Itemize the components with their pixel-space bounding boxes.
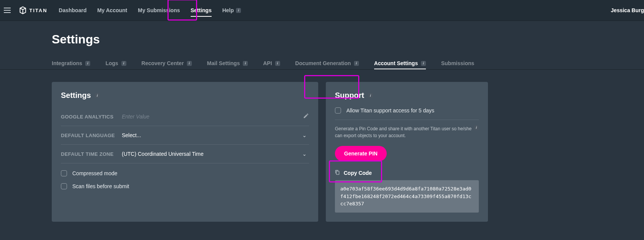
ga-label: GOOGLE ANALYTICS <box>61 114 122 120</box>
info-icon: i <box>474 125 479 130</box>
tab-logs-label: Logs <box>105 60 118 66</box>
info-icon: i <box>121 61 126 66</box>
info-icon: i <box>236 8 241 13</box>
support-panel: Support i Allow Titan support access for… <box>326 82 488 222</box>
nav-settings[interactable]: Settings <box>191 0 212 21</box>
ga-input[interactable] <box>122 114 309 120</box>
copy-code-label: Copy Code <box>344 170 372 176</box>
compressed-mode-label: Compressed mode <box>72 170 117 176</box>
tab-logs[interactable]: Logs i <box>105 57 126 69</box>
nav-help[interactable]: Help i <box>222 0 241 21</box>
chevron-down-icon: ⌄ <box>302 132 307 138</box>
info-icon: i <box>187 61 192 66</box>
tab-submissions-label: Submissions <box>441 60 474 66</box>
tab-mail-settings[interactable]: Mail Settings i <box>207 57 248 69</box>
chevron-down-icon: ⌄ <box>302 151 307 157</box>
user-name[interactable]: Jessica Burg <box>611 7 644 13</box>
tab-account-label: Account Settings <box>374 60 418 66</box>
titan-logo-icon <box>19 6 27 14</box>
tab-docgen-label: Document Generation <box>295 60 351 66</box>
settings-panel-title: Settings <box>61 91 91 100</box>
info-icon: i <box>421 61 426 66</box>
tab-recovery-label: Recovery Center <box>142 60 184 66</box>
generate-pin-button[interactable]: Generate PIN <box>335 146 387 161</box>
logo-text: TITAN <box>29 8 47 13</box>
pencil-icon[interactable] <box>303 113 309 120</box>
pin-code-box[interactable]: a0e703af58f36ee693d4d9d6a8fa71080a72528e… <box>335 180 479 213</box>
tab-mail-label: Mail Settings <box>207 60 240 66</box>
tz-label: DEFAULT TIME ZONE <box>61 151 122 157</box>
info-icon: i <box>354 61 359 66</box>
info-icon: i <box>368 93 373 98</box>
compressed-mode-checkbox[interactable] <box>61 170 67 176</box>
nav-my-account[interactable]: My Account <box>97 0 127 21</box>
tab-recovery-center[interactable]: Recovery Center i <box>142 57 192 69</box>
support-panel-title: Support <box>335 91 364 100</box>
lang-value: Select... <box>122 132 141 138</box>
nav-help-label: Help <box>222 7 234 13</box>
tab-integrations-label: Integrations <box>52 60 82 66</box>
copy-icon[interactable] <box>335 170 340 176</box>
nav-my-submissions[interactable]: My Submissions <box>138 0 180 21</box>
scan-files-label: Scan files before submit <box>72 183 129 189</box>
allow-access-checkbox[interactable] <box>335 107 341 114</box>
tab-account-settings[interactable]: Account Settings i <box>374 57 426 69</box>
tab-api[interactable]: API i <box>263 57 280 69</box>
hamburger-menu[interactable] <box>4 6 13 15</box>
nav-dashboard[interactable]: Dashboard <box>59 0 86 21</box>
tab-api-label: API <box>263 60 272 66</box>
logo[interactable]: TITAN <box>19 6 47 14</box>
info-icon: i <box>275 61 280 66</box>
info-icon: i <box>85 61 90 66</box>
tz-value: (UTC) Coordinated Universal Time <box>122 151 204 157</box>
lang-label: DEFAULT LANGUAGE <box>61 133 122 138</box>
lang-select[interactable]: Select... ⌄ <box>122 132 309 138</box>
tz-select[interactable]: (UTC) Coordinated Universal Time ⌄ <box>122 151 309 157</box>
info-icon: i <box>243 61 248 66</box>
tab-integrations[interactable]: Integrations i <box>52 57 90 69</box>
page-title: Settings <box>52 32 592 46</box>
allow-access-label: Allow Titan support access for 5 days <box>346 107 434 114</box>
scan-files-checkbox[interactable] <box>61 183 67 189</box>
settings-panel: Settings i GOOGLE ANALYTICS DEFAULT LANG… <box>52 82 318 222</box>
tab-document-generation[interactable]: Document Generation i <box>295 57 359 69</box>
pin-description: Generate a Pin Code and share it with an… <box>335 125 472 139</box>
tab-submissions[interactable]: Submissions <box>441 57 474 69</box>
info-icon: i <box>95 93 100 98</box>
